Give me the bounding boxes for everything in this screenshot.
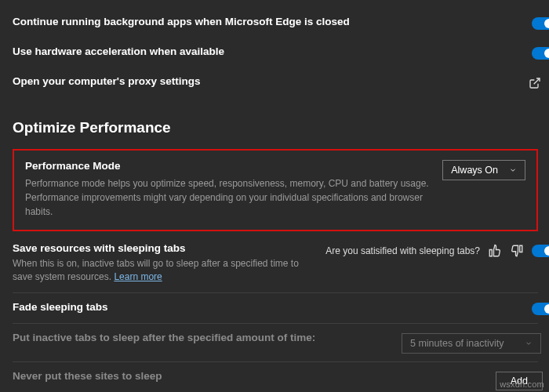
chevron-down-icon [525, 339, 533, 347]
setting-sleep-timeout: Put inactive tabs to sleep after the spe… [13, 324, 543, 361]
fade-tabs-title: Fade sleeping tabs [13, 301, 524, 313]
never-sleep-title: Never put these sites to sleep [13, 370, 488, 382]
toggle-sleeping-tabs[interactable] [532, 245, 549, 257]
setting-label: Open your computer's proxy settings [13, 75, 521, 87]
toggle-fade-tabs[interactable] [532, 303, 549, 315]
performance-mode-card: Performance Mode Performance mode helps … [13, 149, 538, 231]
setting-proxy[interactable]: Open your computer's proxy settings [13, 67, 543, 97]
setting-fade-tabs: Fade sleeping tabs [13, 293, 543, 323]
setting-bg-apps: Continue running background apps when Mi… [13, 8, 543, 38]
thumbs-down-icon[interactable] [510, 244, 524, 258]
dropdown-value: 5 minutes of inactivity [410, 338, 504, 349]
section-header-optimize: Optimize Performance [13, 119, 543, 136]
feedback-question: Are you satisified with sleeping tabs? [325, 245, 480, 256]
watermark-text: wsxdn.com [500, 379, 544, 389]
sleeping-tabs-desc: When this is on, inactive tabs will go t… [13, 257, 318, 285]
sleep-timeout-title: Put inactive tabs to sleep after the spe… [13, 332, 394, 343]
chevron-down-icon [509, 166, 517, 174]
setting-hw-accel: Use hardware acceleration when available [13, 38, 543, 67]
performance-mode-dropdown[interactable]: Always On [442, 160, 525, 180]
performance-mode-desc: Performance mode helps you optimize spee… [25, 176, 433, 219]
toggle-hw-accel[interactable] [532, 47, 549, 60]
thumbs-up-icon[interactable] [488, 244, 502, 258]
setting-label: Continue running background apps when Mi… [13, 16, 524, 27]
performance-mode-title: Performance Mode [25, 160, 433, 172]
setting-never-sleep: Never put these sites to sleep Add [13, 362, 543, 390]
external-link-icon [529, 77, 541, 89]
dropdown-value: Always On [451, 165, 498, 176]
setting-sleeping-tabs: Save resources with sleeping tabs When t… [13, 234, 543, 292]
learn-more-link[interactable]: Learn more [114, 271, 162, 282]
sleep-timeout-dropdown[interactable]: 5 minutes of inactivity [402, 333, 541, 354]
toggle-bg-apps[interactable] [532, 17, 549, 30]
setting-label: Use hardware acceleration when available [13, 45, 524, 57]
sleeping-tabs-title: Save resources with sleeping tabs [13, 242, 318, 254]
